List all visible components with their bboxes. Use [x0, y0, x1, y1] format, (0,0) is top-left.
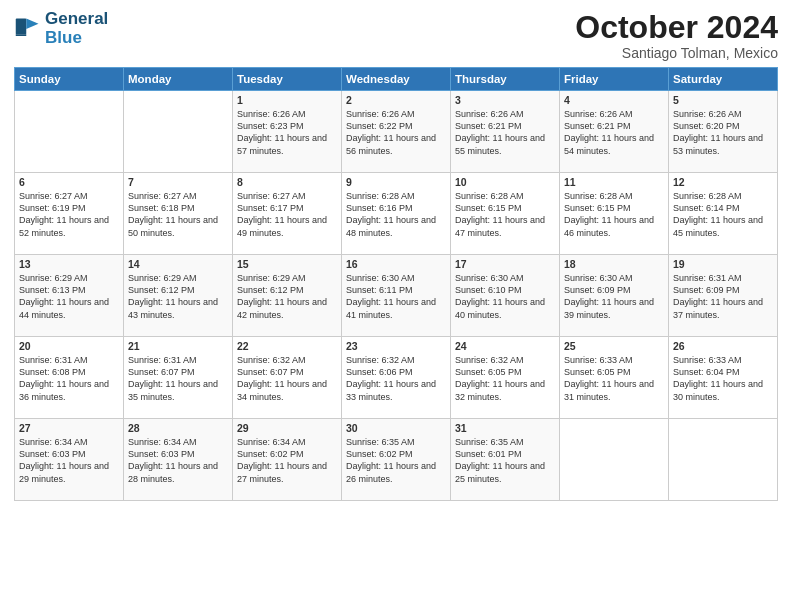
cell-info: Sunrise: 6:27 AMSunset: 6:19 PMDaylight:…: [19, 190, 119, 239]
cell-info: Sunrise: 6:31 AMSunset: 6:09 PMDaylight:…: [673, 272, 773, 321]
day-number: 13: [19, 258, 119, 270]
cell-info: Sunrise: 6:34 AMSunset: 6:02 PMDaylight:…: [237, 436, 337, 485]
day-header-tuesday: Tuesday: [233, 68, 342, 91]
calendar-week-0: 1Sunrise: 6:26 AMSunset: 6:23 PMDaylight…: [15, 91, 778, 173]
title-block: October 2024 Santiago Tolman, Mexico: [575, 10, 778, 61]
day-number: 22: [237, 340, 337, 352]
day-number: 27: [19, 422, 119, 434]
calendar-cell: 29Sunrise: 6:34 AMSunset: 6:02 PMDayligh…: [233, 419, 342, 501]
main-container: General Blue October 2024 Santiago Tolma…: [0, 0, 792, 612]
calendar-cell: 17Sunrise: 6:30 AMSunset: 6:10 PMDayligh…: [451, 255, 560, 337]
cell-info: Sunrise: 6:30 AMSunset: 6:09 PMDaylight:…: [564, 272, 664, 321]
day-number: 31: [455, 422, 555, 434]
cell-info: Sunrise: 6:28 AMSunset: 6:15 PMDaylight:…: [455, 190, 555, 239]
day-number: 6: [19, 176, 119, 188]
day-header-wednesday: Wednesday: [342, 68, 451, 91]
cell-info: Sunrise: 6:26 AMSunset: 6:23 PMDaylight:…: [237, 108, 337, 157]
cell-info: Sunrise: 6:27 AMSunset: 6:18 PMDaylight:…: [128, 190, 228, 239]
day-number: 25: [564, 340, 664, 352]
cell-info: Sunrise: 6:26 AMSunset: 6:20 PMDaylight:…: [673, 108, 773, 157]
calendar-cell: 12Sunrise: 6:28 AMSunset: 6:14 PMDayligh…: [669, 173, 778, 255]
calendar-cell: 18Sunrise: 6:30 AMSunset: 6:09 PMDayligh…: [560, 255, 669, 337]
cell-info: Sunrise: 6:31 AMSunset: 6:07 PMDaylight:…: [128, 354, 228, 403]
cell-info: Sunrise: 6:32 AMSunset: 6:06 PMDaylight:…: [346, 354, 446, 403]
month-title: October 2024: [575, 10, 778, 45]
calendar-cell: 15Sunrise: 6:29 AMSunset: 6:12 PMDayligh…: [233, 255, 342, 337]
cell-info: Sunrise: 6:33 AMSunset: 6:05 PMDaylight:…: [564, 354, 664, 403]
svg-rect-2: [16, 34, 27, 36]
calendar-table: SundayMondayTuesdayWednesdayThursdayFrid…: [14, 67, 778, 501]
cell-info: Sunrise: 6:30 AMSunset: 6:11 PMDaylight:…: [346, 272, 446, 321]
cell-info: Sunrise: 6:32 AMSunset: 6:05 PMDaylight:…: [455, 354, 555, 403]
day-number: 24: [455, 340, 555, 352]
calendar-cell: 24Sunrise: 6:32 AMSunset: 6:05 PMDayligh…: [451, 337, 560, 419]
cell-info: Sunrise: 6:34 AMSunset: 6:03 PMDaylight:…: [19, 436, 119, 485]
calendar-week-2: 13Sunrise: 6:29 AMSunset: 6:13 PMDayligh…: [15, 255, 778, 337]
calendar-cell: 19Sunrise: 6:31 AMSunset: 6:09 PMDayligh…: [669, 255, 778, 337]
calendar-week-1: 6Sunrise: 6:27 AMSunset: 6:19 PMDaylight…: [15, 173, 778, 255]
calendar-cell: 21Sunrise: 6:31 AMSunset: 6:07 PMDayligh…: [124, 337, 233, 419]
day-number: 23: [346, 340, 446, 352]
cell-info: Sunrise: 6:26 AMSunset: 6:21 PMDaylight:…: [564, 108, 664, 157]
day-number: 12: [673, 176, 773, 188]
cell-info: Sunrise: 6:29 AMSunset: 6:12 PMDaylight:…: [128, 272, 228, 321]
day-number: 9: [346, 176, 446, 188]
day-number: 19: [673, 258, 773, 270]
day-number: 21: [128, 340, 228, 352]
cell-info: Sunrise: 6:28 AMSunset: 6:14 PMDaylight:…: [673, 190, 773, 239]
calendar-cell: 26Sunrise: 6:33 AMSunset: 6:04 PMDayligh…: [669, 337, 778, 419]
logo-icon: [14, 15, 42, 43]
calendar-week-3: 20Sunrise: 6:31 AMSunset: 6:08 PMDayligh…: [15, 337, 778, 419]
calendar-cell: 14Sunrise: 6:29 AMSunset: 6:12 PMDayligh…: [124, 255, 233, 337]
calendar-cell: 31Sunrise: 6:35 AMSunset: 6:01 PMDayligh…: [451, 419, 560, 501]
cell-info: Sunrise: 6:33 AMSunset: 6:04 PMDaylight:…: [673, 354, 773, 403]
calendar-cell: 11Sunrise: 6:28 AMSunset: 6:15 PMDayligh…: [560, 173, 669, 255]
cell-info: Sunrise: 6:34 AMSunset: 6:03 PMDaylight:…: [128, 436, 228, 485]
header: General Blue October 2024 Santiago Tolma…: [14, 10, 778, 61]
day-number: 29: [237, 422, 337, 434]
cell-info: Sunrise: 6:26 AMSunset: 6:21 PMDaylight:…: [455, 108, 555, 157]
day-header-thursday: Thursday: [451, 68, 560, 91]
calendar-cell: 16Sunrise: 6:30 AMSunset: 6:11 PMDayligh…: [342, 255, 451, 337]
cell-info: Sunrise: 6:28 AMSunset: 6:16 PMDaylight:…: [346, 190, 446, 239]
calendar-header-row: SundayMondayTuesdayWednesdayThursdayFrid…: [15, 68, 778, 91]
day-number: 30: [346, 422, 446, 434]
day-number: 16: [346, 258, 446, 270]
calendar-cell: [124, 91, 233, 173]
logo: General Blue: [14, 10, 108, 47]
logo-text: General Blue: [45, 10, 108, 47]
day-number: 28: [128, 422, 228, 434]
cell-info: Sunrise: 6:29 AMSunset: 6:12 PMDaylight:…: [237, 272, 337, 321]
calendar-cell: 30Sunrise: 6:35 AMSunset: 6:02 PMDayligh…: [342, 419, 451, 501]
day-number: 18: [564, 258, 664, 270]
calendar-cell: 10Sunrise: 6:28 AMSunset: 6:15 PMDayligh…: [451, 173, 560, 255]
calendar-cell: 6Sunrise: 6:27 AMSunset: 6:19 PMDaylight…: [15, 173, 124, 255]
location-subtitle: Santiago Tolman, Mexico: [575, 45, 778, 61]
svg-rect-0: [16, 18, 27, 34]
svg-marker-1: [26, 18, 38, 29]
day-number: 1: [237, 94, 337, 106]
cell-info: Sunrise: 6:27 AMSunset: 6:17 PMDaylight:…: [237, 190, 337, 239]
cell-info: Sunrise: 6:32 AMSunset: 6:07 PMDaylight:…: [237, 354, 337, 403]
calendar-cell: 5Sunrise: 6:26 AMSunset: 6:20 PMDaylight…: [669, 91, 778, 173]
calendar-cell: 3Sunrise: 6:26 AMSunset: 6:21 PMDaylight…: [451, 91, 560, 173]
cell-info: Sunrise: 6:30 AMSunset: 6:10 PMDaylight:…: [455, 272, 555, 321]
day-number: 4: [564, 94, 664, 106]
calendar-cell: 7Sunrise: 6:27 AMSunset: 6:18 PMDaylight…: [124, 173, 233, 255]
day-number: 8: [237, 176, 337, 188]
day-number: 20: [19, 340, 119, 352]
day-number: 15: [237, 258, 337, 270]
day-number: 10: [455, 176, 555, 188]
cell-info: Sunrise: 6:31 AMSunset: 6:08 PMDaylight:…: [19, 354, 119, 403]
calendar-cell: 27Sunrise: 6:34 AMSunset: 6:03 PMDayligh…: [15, 419, 124, 501]
calendar-cell: 2Sunrise: 6:26 AMSunset: 6:22 PMDaylight…: [342, 91, 451, 173]
calendar-cell: 8Sunrise: 6:27 AMSunset: 6:17 PMDaylight…: [233, 173, 342, 255]
day-header-sunday: Sunday: [15, 68, 124, 91]
day-number: 3: [455, 94, 555, 106]
calendar-cell: [560, 419, 669, 501]
day-number: 26: [673, 340, 773, 352]
cell-info: Sunrise: 6:26 AMSunset: 6:22 PMDaylight:…: [346, 108, 446, 157]
calendar-cell: 23Sunrise: 6:32 AMSunset: 6:06 PMDayligh…: [342, 337, 451, 419]
day-number: 2: [346, 94, 446, 106]
day-header-monday: Monday: [124, 68, 233, 91]
